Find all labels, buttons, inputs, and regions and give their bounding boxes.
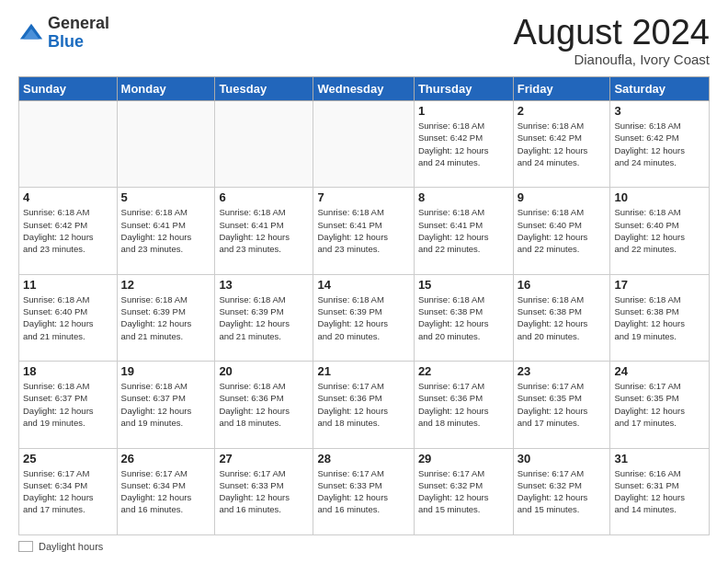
day-number: 29: [418, 452, 509, 465]
day-info: Sunrise: 6:17 AM Sunset: 6:33 PM Dayligh…: [219, 467, 309, 516]
day-info: Sunrise: 6:17 AM Sunset: 6:33 PM Dayligh…: [317, 467, 409, 516]
day-number: 31: [614, 452, 705, 465]
table-row: 12Sunrise: 6:18 AM Sunset: 6:39 PM Dayli…: [117, 274, 215, 361]
col-wednesday: Wednesday: [313, 77, 414, 101]
day-number: 13: [219, 278, 309, 292]
day-info: Sunrise: 6:18 AM Sunset: 6:39 PM Dayligh…: [121, 293, 211, 342]
table-row: [215, 101, 313, 188]
day-number: 1: [418, 104, 509, 118]
table-row: [19, 101, 118, 188]
col-tuesday: Tuesday: [215, 77, 313, 101]
calendar-header-row: Sunday Monday Tuesday Wednesday Thursday…: [19, 77, 710, 101]
day-number: 14: [317, 278, 409, 292]
calendar-week-row: 4Sunrise: 6:18 AM Sunset: 6:42 PM Daylig…: [19, 188, 710, 274]
daylight-label: Daylight hours: [39, 541, 103, 552]
day-number: 6: [219, 190, 309, 204]
day-number: 12: [121, 278, 211, 292]
header: General Blue August 2024 Dianoufla, Ivor…: [18, 15, 710, 67]
title-block: August 2024 Dianoufla, Ivory Coast: [514, 15, 710, 67]
day-info: Sunrise: 6:17 AM Sunset: 6:35 PM Dayligh…: [614, 380, 705, 429]
table-row: 22Sunrise: 6:17 AM Sunset: 6:36 PM Dayli…: [414, 362, 513, 448]
table-row: 23Sunrise: 6:17 AM Sunset: 6:35 PM Dayli…: [513, 362, 610, 448]
day-info: Sunrise: 6:18 AM Sunset: 6:41 PM Dayligh…: [317, 206, 409, 255]
table-row: 17Sunrise: 6:18 AM Sunset: 6:38 PM Dayli…: [610, 274, 710, 361]
col-thursday: Thursday: [414, 77, 513, 101]
day-info: Sunrise: 6:18 AM Sunset: 6:38 PM Dayligh…: [418, 293, 509, 342]
day-info: Sunrise: 6:17 AM Sunset: 6:36 PM Dayligh…: [418, 380, 509, 429]
day-info: Sunrise: 6:17 AM Sunset: 6:36 PM Dayligh…: [317, 380, 409, 429]
table-row: 27Sunrise: 6:17 AM Sunset: 6:33 PM Dayli…: [215, 448, 313, 534]
day-info: Sunrise: 6:18 AM Sunset: 6:37 PM Dayligh…: [121, 380, 211, 429]
day-info: Sunrise: 6:18 AM Sunset: 6:42 PM Dayligh…: [418, 120, 509, 168]
page: General Blue August 2024 Dianoufla, Ivor…: [0, 0, 728, 563]
table-row: 31Sunrise: 6:16 AM Sunset: 6:31 PM Dayli…: [610, 448, 710, 534]
calendar-table: Sunday Monday Tuesday Wednesday Thursday…: [18, 76, 710, 535]
table-row: 24Sunrise: 6:17 AM Sunset: 6:35 PM Dayli…: [610, 362, 710, 448]
table-row: 10Sunrise: 6:18 AM Sunset: 6:40 PM Dayli…: [610, 188, 710, 274]
day-number: 30: [518, 452, 607, 465]
day-info: Sunrise: 6:18 AM Sunset: 6:37 PM Dayligh…: [23, 380, 113, 429]
table-row: 15Sunrise: 6:18 AM Sunset: 6:38 PM Dayli…: [414, 274, 513, 361]
day-info: Sunrise: 6:18 AM Sunset: 6:40 PM Dayligh…: [518, 206, 607, 255]
table-row: 16Sunrise: 6:18 AM Sunset: 6:38 PM Dayli…: [513, 274, 610, 361]
day-number: 8: [418, 190, 509, 204]
day-number: 10: [614, 190, 705, 204]
day-number: 2: [518, 104, 607, 118]
table-row: 14Sunrise: 6:18 AM Sunset: 6:39 PM Dayli…: [313, 274, 414, 361]
day-info: Sunrise: 6:18 AM Sunset: 6:38 PM Dayligh…: [614, 293, 705, 342]
day-info: Sunrise: 6:17 AM Sunset: 6:32 PM Dayligh…: [418, 467, 509, 516]
day-info: Sunrise: 6:18 AM Sunset: 6:42 PM Dayligh…: [614, 120, 705, 168]
footer: Daylight hours: [18, 541, 710, 552]
table-row: 13Sunrise: 6:18 AM Sunset: 6:39 PM Dayli…: [215, 274, 313, 361]
day-number: 20: [219, 364, 309, 378]
day-info: Sunrise: 6:17 AM Sunset: 6:35 PM Dayligh…: [518, 380, 607, 429]
day-number: 22: [418, 364, 509, 378]
day-info: Sunrise: 6:18 AM Sunset: 6:40 PM Dayligh…: [614, 206, 705, 255]
day-info: Sunrise: 6:18 AM Sunset: 6:40 PM Dayligh…: [23, 293, 113, 342]
table-row: 26Sunrise: 6:17 AM Sunset: 6:34 PM Dayli…: [117, 448, 215, 534]
day-number: 19: [121, 364, 211, 378]
day-info: Sunrise: 6:18 AM Sunset: 6:39 PM Dayligh…: [219, 293, 309, 342]
table-row: 2Sunrise: 6:18 AM Sunset: 6:42 PM Daylig…: [513, 101, 610, 188]
table-row: 9Sunrise: 6:18 AM Sunset: 6:40 PM Daylig…: [513, 188, 610, 274]
day-number: 16: [518, 278, 607, 292]
day-info: Sunrise: 6:18 AM Sunset: 6:38 PM Dayligh…: [518, 293, 607, 342]
table-row: 3Sunrise: 6:18 AM Sunset: 6:42 PM Daylig…: [610, 101, 710, 188]
logo-general: General: [48, 14, 109, 32]
day-info: Sunrise: 6:18 AM Sunset: 6:42 PM Dayligh…: [23, 206, 113, 255]
month-year-title: August 2024: [514, 15, 710, 50]
day-number: 15: [418, 278, 509, 292]
logo-text: General Blue: [48, 15, 109, 52]
calendar-week-row: 1Sunrise: 6:18 AM Sunset: 6:42 PM Daylig…: [19, 101, 710, 188]
day-info: Sunrise: 6:16 AM Sunset: 6:31 PM Dayligh…: [614, 467, 705, 516]
day-number: 27: [219, 452, 309, 465]
day-info: Sunrise: 6:17 AM Sunset: 6:34 PM Dayligh…: [23, 467, 113, 516]
day-number: 9: [518, 190, 607, 204]
table-row: 11Sunrise: 6:18 AM Sunset: 6:40 PM Dayli…: [19, 274, 118, 361]
table-row: 19Sunrise: 6:18 AM Sunset: 6:37 PM Dayli…: [117, 362, 215, 448]
day-info: Sunrise: 6:17 AM Sunset: 6:34 PM Dayligh…: [121, 467, 211, 516]
table-row: [313, 101, 414, 188]
day-info: Sunrise: 6:18 AM Sunset: 6:41 PM Dayligh…: [418, 206, 509, 255]
table-row: 8Sunrise: 6:18 AM Sunset: 6:41 PM Daylig…: [414, 188, 513, 274]
col-sunday: Sunday: [19, 77, 118, 101]
day-number: 5: [121, 190, 211, 204]
day-number: 24: [614, 364, 705, 378]
day-number: 18: [23, 364, 113, 378]
table-row: 7Sunrise: 6:18 AM Sunset: 6:41 PM Daylig…: [313, 188, 414, 274]
day-number: 17: [614, 278, 705, 292]
table-row: 20Sunrise: 6:18 AM Sunset: 6:36 PM Dayli…: [215, 362, 313, 448]
col-saturday: Saturday: [610, 77, 710, 101]
location-subtitle: Dianoufla, Ivory Coast: [514, 52, 710, 67]
logo-blue: Blue: [48, 32, 84, 51]
logo-icon: [18, 20, 44, 46]
day-number: 4: [23, 190, 113, 204]
calendar-week-row: 11Sunrise: 6:18 AM Sunset: 6:40 PM Dayli…: [19, 274, 710, 361]
table-row: 30Sunrise: 6:17 AM Sunset: 6:32 PM Dayli…: [513, 448, 610, 534]
daylight-box: [18, 541, 33, 552]
table-row: 28Sunrise: 6:17 AM Sunset: 6:33 PM Dayli…: [313, 448, 414, 534]
table-row: 25Sunrise: 6:17 AM Sunset: 6:34 PM Dayli…: [19, 448, 118, 534]
table-row: [117, 101, 215, 188]
table-row: 6Sunrise: 6:18 AM Sunset: 6:41 PM Daylig…: [215, 188, 313, 274]
table-row: 18Sunrise: 6:18 AM Sunset: 6:37 PM Dayli…: [19, 362, 118, 448]
